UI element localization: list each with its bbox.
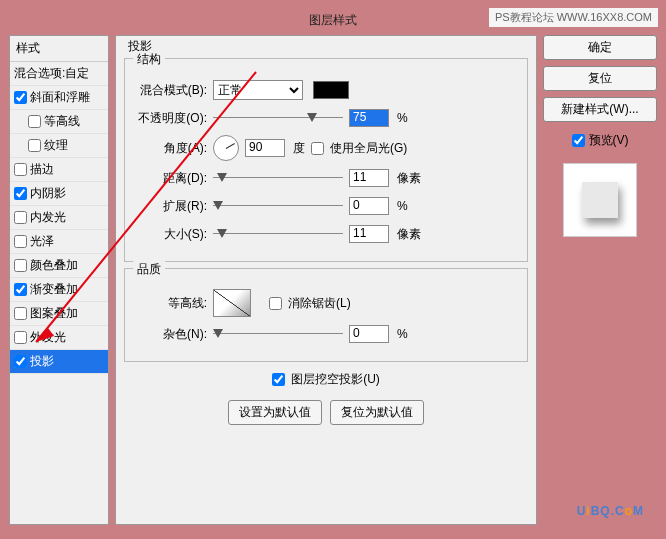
global-light-checkbox[interactable] — [311, 142, 324, 155]
blend-mode-select[interactable]: 正常 — [213, 80, 303, 100]
color-overlay-checkbox[interactable] — [14, 259, 27, 272]
bevel-checkbox[interactable] — [14, 91, 27, 104]
sidebar-item-contour[interactable]: 等高线 — [10, 110, 108, 134]
angle-unit: 度 — [293, 140, 305, 157]
opacity-unit: % — [397, 111, 408, 125]
bevel-label: 斜面和浮雕 — [30, 89, 90, 106]
antialias-label: 消除锯齿(L) — [288, 295, 351, 312]
inner-glow-label: 内发光 — [30, 209, 66, 226]
distance-unit: 像素 — [397, 170, 421, 187]
distance-label: 距离(D): — [137, 170, 207, 187]
noise-slider[interactable] — [213, 327, 343, 341]
sidebar-item-gradient-overlay[interactable]: 渐变叠加 — [10, 278, 108, 302]
contour-picker[interactable] — [213, 289, 251, 317]
quality-title: 品质 — [133, 261, 165, 278]
sidebar-item-texture[interactable]: 纹理 — [10, 134, 108, 158]
satin-label: 光泽 — [30, 233, 54, 250]
inner-shadow-checkbox[interactable] — [14, 187, 27, 200]
texture-label: 纹理 — [44, 137, 68, 154]
sidebar-item-inner-glow[interactable]: 内发光 — [10, 206, 108, 230]
color-overlay-label: 颜色叠加 — [30, 257, 78, 274]
angle-label: 角度(A): — [137, 140, 207, 157]
noise-input[interactable]: 0 — [349, 325, 389, 343]
outer-glow-label: 外发光 — [30, 329, 66, 346]
right-panel: 确定 复位 新建样式(W)... 预览(V) — [543, 35, 657, 525]
size-slider[interactable] — [213, 227, 343, 241]
drop-shadow-label: 投影 — [30, 353, 54, 370]
reset-default-button[interactable]: 复位为默认值 — [330, 400, 424, 425]
inner-glow-checkbox[interactable] — [14, 211, 27, 224]
shadow-color-swatch[interactable] — [313, 81, 349, 99]
knockout-checkbox[interactable] — [272, 373, 285, 386]
sidebar-item-bevel[interactable]: 斜面和浮雕 — [10, 86, 108, 110]
structure-section: 结构 混合模式(B): 正常 不透明度(O): 75 % 角度(A): 90 — [124, 58, 528, 262]
opacity-slider[interactable] — [213, 111, 343, 125]
preview-checkbox[interactable] — [572, 134, 585, 147]
stroke-label: 描边 — [30, 161, 54, 178]
noise-label: 杂色(N): — [137, 326, 207, 343]
gradient-overlay-label: 渐变叠加 — [30, 281, 78, 298]
gradient-overlay-checkbox[interactable] — [14, 283, 27, 296]
global-light-label: 使用全局光(G) — [330, 140, 407, 157]
new-style-button[interactable]: 新建样式(W)... — [543, 97, 657, 122]
watermark-top: PS教程论坛 WWW.16XX8.COM — [489, 8, 658, 27]
main-panel: 投影 结构 混合模式(B): 正常 不透明度(O): 75 % 角度(A): — [115, 35, 537, 525]
blend-options[interactable]: 混合选项:自定 — [10, 62, 108, 86]
structure-title: 结构 — [133, 51, 165, 68]
preview-swatch — [582, 182, 618, 218]
pattern-overlay-checkbox[interactable] — [14, 307, 27, 320]
opacity-label: 不透明度(O): — [137, 110, 207, 127]
outer-glow-checkbox[interactable] — [14, 331, 27, 344]
distance-slider[interactable] — [213, 171, 343, 185]
contour-q-label: 等高线: — [137, 295, 207, 312]
styles-sidebar: 样式 混合选项:自定 斜面和浮雕 等高线 纹理 描边 内阴影 内发光 光泽 颜色… — [9, 35, 109, 525]
preview-box — [563, 163, 637, 237]
sidebar-item-color-overlay[interactable]: 颜色叠加 — [10, 254, 108, 278]
sidebar-header: 样式 — [10, 36, 108, 62]
sidebar-item-satin[interactable]: 光泽 — [10, 230, 108, 254]
sidebar-item-outer-glow[interactable]: 外发光 — [10, 326, 108, 350]
pattern-overlay-label: 图案叠加 — [30, 305, 78, 322]
blend-mode-label: 混合模式(B): — [137, 82, 207, 99]
watermark-bottom: UiBQ.CoM — [577, 495, 644, 521]
spread-slider[interactable] — [213, 199, 343, 213]
size-input[interactable]: 11 — [349, 225, 389, 243]
angle-input[interactable]: 90 — [245, 139, 285, 157]
contour-label: 等高线 — [44, 113, 80, 130]
noise-unit: % — [397, 327, 408, 341]
make-default-button[interactable]: 设置为默认值 — [228, 400, 322, 425]
sidebar-item-drop-shadow[interactable]: 投影 — [10, 350, 108, 374]
stroke-checkbox[interactable] — [14, 163, 27, 176]
antialias-checkbox[interactable] — [269, 297, 282, 310]
sidebar-item-stroke[interactable]: 描边 — [10, 158, 108, 182]
preview-label: 预览(V) — [589, 132, 629, 149]
cancel-button[interactable]: 复位 — [543, 66, 657, 91]
opacity-input[interactable]: 75 — [349, 109, 389, 127]
size-unit: 像素 — [397, 226, 421, 243]
drop-shadow-checkbox[interactable] — [14, 355, 27, 368]
satin-checkbox[interactable] — [14, 235, 27, 248]
sidebar-item-pattern-overlay[interactable]: 图案叠加 — [10, 302, 108, 326]
angle-dial[interactable] — [213, 135, 239, 161]
spread-input[interactable]: 0 — [349, 197, 389, 215]
quality-section: 品质 等高线: 消除锯齿(L) 杂色(N): 0 % — [124, 268, 528, 362]
texture-checkbox[interactable] — [28, 139, 41, 152]
knockout-label: 图层挖空投影(U) — [291, 371, 380, 388]
size-label: 大小(S): — [137, 226, 207, 243]
sidebar-item-inner-shadow[interactable]: 内阴影 — [10, 182, 108, 206]
distance-input[interactable]: 11 — [349, 169, 389, 187]
contour-checkbox[interactable] — [28, 115, 41, 128]
spread-unit: % — [397, 199, 408, 213]
spread-label: 扩展(R): — [137, 198, 207, 215]
inner-shadow-label: 内阴影 — [30, 185, 66, 202]
ok-button[interactable]: 确定 — [543, 35, 657, 60]
